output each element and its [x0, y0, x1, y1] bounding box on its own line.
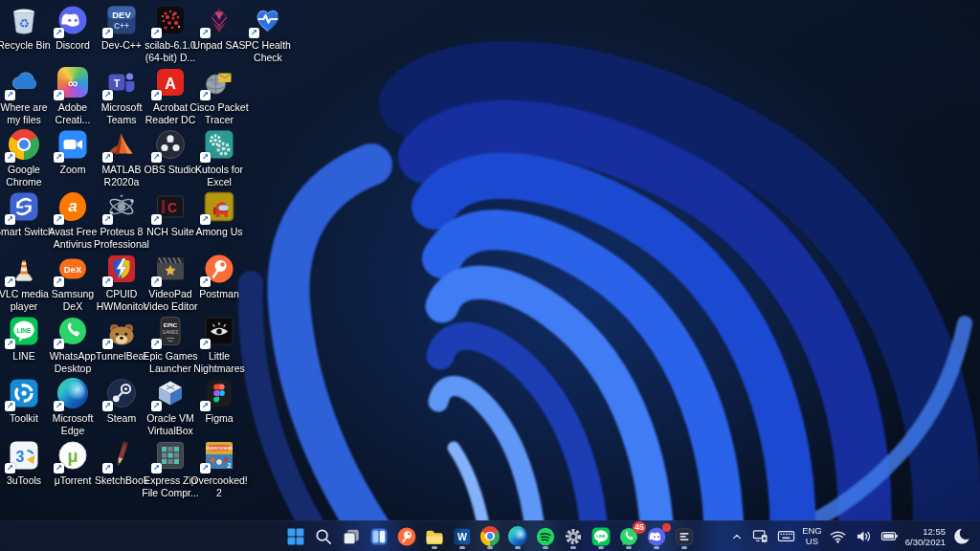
- desktop-icon-label: Postman: [199, 288, 238, 300]
- taskbar-start-button[interactable]: [283, 523, 308, 550]
- desktop-icon-little-nightmares[interactable]: ↗Little Nightmares: [186, 315, 253, 374]
- svg-text:LINE: LINE: [596, 533, 606, 538]
- shortcut-arrow-overlay: ↗: [151, 276, 162, 287]
- taskbar-widgets-button[interactable]: [367, 523, 391, 550]
- svg-text:µ: µ: [68, 446, 78, 466]
- shortcut-arrow-overlay: ↗: [54, 339, 64, 349]
- desktop-icon-label: μTorrent: [55, 474, 92, 487]
- wifi-icon[interactable]: [828, 526, 848, 546]
- matlab-icon: ↗: [105, 128, 138, 161]
- shortcut-arrow-overlay: ↗: [200, 152, 211, 163]
- shortcut-arrow-overlay: ↗: [54, 90, 64, 100]
- shortcut-arrow-overlay: ↗: [151, 214, 162, 225]
- shortcut-arrow-overlay: ↗: [200, 214, 211, 225]
- taskbar-task-view-button[interactable]: [339, 523, 364, 550]
- touch-keyboard-icon[interactable]: [776, 526, 796, 546]
- running-indicator: [487, 546, 493, 549]
- desktop-icon-figma[interactable]: ↗Figma: [186, 377, 253, 425]
- desktop-icon-label: Among Us: [195, 226, 242, 238]
- svg-text:LINE: LINE: [17, 327, 32, 334]
- desktop-icon-among-us[interactable]: ↗Among Us: [186, 190, 253, 238]
- shortcut-arrow-overlay: ↗: [249, 28, 259, 38]
- taskbar-word-button[interactable]: W: [450, 523, 475, 550]
- taskbar-search-button[interactable]: [311, 523, 336, 550]
- desktop-icon-label: Microsoft Teams: [101, 101, 143, 125]
- running-indicator: [543, 546, 548, 549]
- desktop-icon-label: PC Health Check: [245, 39, 291, 63]
- svg-text:EPIC: EPIC: [164, 321, 178, 328]
- shortcut-arrow-overlay: ↗: [102, 339, 113, 349]
- taskbar-discord-button[interactable]: [644, 523, 669, 550]
- desktop-icon-postman[interactable]: ↗Postman: [186, 253, 253, 300]
- taskbar-postman-button[interactable]: [394, 523, 419, 550]
- display-audio-icon[interactable]: [750, 526, 770, 546]
- edge-icon: ↗: [56, 377, 89, 409]
- shortcut-arrow-overlay: ↗: [102, 401, 113, 411]
- svg-text:C: C: [167, 200, 177, 215]
- shortcut-arrow-overlay: ↗: [5, 214, 15, 225]
- postman-icon: ↗: [203, 253, 235, 285]
- shortcut-arrow-overlay: ↗: [151, 152, 162, 163]
- pc-health-icon: ↗: [252, 4, 284, 36]
- taskbar-pinned-apps: WLINE45: [283, 521, 697, 551]
- desktop-icon-label: Google Chrome: [6, 164, 41, 187]
- dev-cpp-icon: DEVC++↗: [105, 4, 138, 36]
- desktop-icon-label: Microsoft Edge: [53, 412, 94, 436]
- shortcut-arrow-overlay: ↗: [54, 401, 64, 411]
- taskbar-file-explorer-button[interactable]: [422, 523, 447, 550]
- notification-dot: [662, 523, 671, 532]
- clock[interactable]: 12:55 6/30/2021: [905, 526, 946, 547]
- shortcut-arrow-overlay: ↗: [102, 152, 113, 163]
- desktop-icon-label: Adobe Creati...: [56, 101, 91, 125]
- discord-icon: ↗: [56, 4, 89, 36]
- svg-text:A: A: [165, 76, 176, 92]
- desktop-icon-grid: ♻Recycle Bin↗DiscordDEVC++↗Dev-C++↗scila…: [0, 0, 980, 520]
- shortcut-arrow-overlay: ↗: [5, 401, 15, 411]
- shortcut-arrow-overlay: ↗: [200, 339, 211, 349]
- desktop-icon-kutools[interactable]: ↗Kutools for Excel: [186, 128, 253, 187]
- svg-text:♻: ♻: [18, 16, 30, 31]
- desktop-icon-label: Zoom: [60, 164, 86, 176]
- task-view-icon: [341, 526, 362, 547]
- desktop-icon-overcooked[interactable]: OVERCOOKED2↗Overcooked! 2: [186, 439, 253, 498]
- taskbar-settings-button[interactable]: [561, 523, 586, 550]
- sketchbook-icon: ↗: [105, 439, 138, 472]
- shortcut-arrow-overlay: ↗: [5, 90, 15, 100]
- toolkit-icon: ↗: [8, 377, 40, 409]
- battery-icon[interactable]: [880, 526, 900, 546]
- overcooked-icon: OVERCOOKED2↗: [203, 439, 235, 472]
- notification-badge: 45: [633, 521, 646, 534]
- desktop-icon-label: MATLAB R2020a: [101, 164, 141, 187]
- shortcut-arrow-overlay: ↗: [54, 276, 64, 287]
- language-indicator[interactable]: ENG US: [802, 526, 822, 546]
- taskbar-spotify-button[interactable]: [533, 523, 558, 550]
- shortcut-arrow-overlay: ↗: [102, 463, 113, 474]
- scilab-icon: ↗: [154, 4, 187, 36]
- focus-assist-icon[interactable]: [951, 526, 971, 546]
- taskbar-line-button[interactable]: LINE: [589, 523, 613, 550]
- shortcut-arrow-overlay: ↗: [151, 28, 162, 38]
- svg-text:GAMES: GAMES: [163, 330, 179, 335]
- taskbar-edge-button[interactable]: [505, 523, 530, 550]
- taskbar-chrome-button[interactable]: [478, 523, 502, 550]
- svg-text:3: 3: [16, 449, 25, 465]
- taskbar-whatsapp-button[interactable]: 45: [616, 523, 641, 550]
- volume-icon[interactable]: [854, 526, 874, 546]
- svg-text:T: T: [114, 77, 121, 89]
- system-tray: ENG US 12:55 6/30/2021: [729, 521, 980, 551]
- edge-icon: [507, 526, 528, 547]
- line-icon: LINE↗: [8, 315, 40, 347]
- running-indicator: [681, 546, 687, 549]
- desktop-icon-cisco-pt[interactable]: ↗Cisco Packet Tracer: [186, 66, 253, 125]
- desktop-icon-label: Toolkit: [10, 412, 38, 425]
- running-indicator: [432, 546, 437, 549]
- shortcut-arrow-overlay: ↗: [102, 214, 113, 225]
- desktop-icon-pc-health[interactable]: ↗PC Health Check: [234, 4, 301, 63]
- shortcut-arrow-overlay: ↗: [102, 28, 113, 38]
- hidden-icons-chevron[interactable]: [729, 529, 745, 544]
- desktop-icon-label: Overcooked! 2: [190, 474, 248, 498]
- shortcut-arrow-overlay: ↗: [5, 339, 15, 349]
- taskbar-list-app-button[interactable]: [672, 523, 697, 550]
- virtualbox-icon: ↗: [154, 377, 187, 409]
- cisco-pt-icon: ↗: [203, 66, 235, 99]
